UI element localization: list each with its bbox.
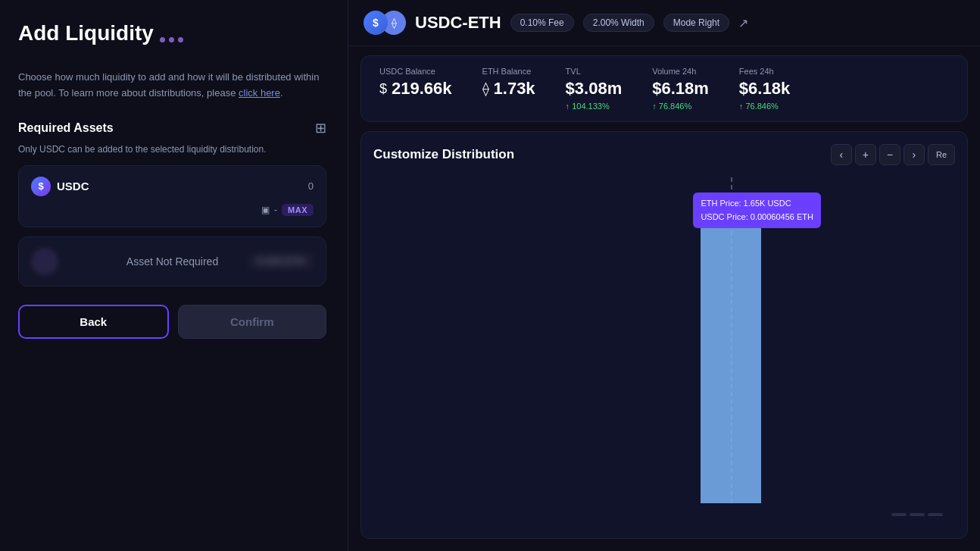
pair-icons: $ ⟠	[364, 11, 406, 35]
pair-label: USDC-ETH	[415, 13, 501, 33]
chart-reset-button[interactable]: Re	[928, 144, 955, 165]
dots-icon	[160, 37, 183, 42]
filter-icon[interactable]: ⊞	[315, 120, 326, 136]
x-axis	[373, 503, 955, 526]
not-required-label: Asset Not Required	[126, 255, 218, 268]
usdc-pair-icon: $	[364, 11, 388, 35]
blurred-amount: 0.000 ETH	[248, 252, 314, 270]
top-bar: $ ⟠ USDC-ETH 0.10% Fee 2.00% Width Mode …	[348, 0, 980, 46]
usdc-icon: $	[31, 177, 51, 196]
usdc-symbol: USDC	[57, 180, 89, 193]
page-title: Add Liquidity	[18, 21, 154, 45]
usdc-balance-stat: USDC Balance $ 219.66k	[379, 67, 452, 111]
stats-bar: USDC Balance $ 219.66k ETH Balance ⟠ 1.7…	[360, 55, 968, 122]
width-tag[interactable]: 2.00% Width	[583, 14, 654, 32]
x-tick	[891, 513, 907, 516]
x-tick	[910, 513, 925, 516]
volume-value: $6.18m	[652, 79, 709, 99]
blurred-asset-icon	[31, 248, 58, 275]
usdc-card-footer: ▣ - MAX	[31, 204, 314, 216]
tvl-label: TVL	[566, 67, 623, 76]
fees-label: Fees 24h	[739, 67, 790, 76]
click-here-link[interactable]: click here	[239, 87, 280, 99]
eth-balance-label: ETH Balance	[482, 67, 535, 76]
eth-balance-value: 1.73k	[494, 79, 535, 99]
usdc-card-header: $ USDC 0	[31, 177, 314, 196]
back-button[interactable]: Back	[18, 305, 169, 339]
volume-change: ↑ 76.846%	[652, 102, 709, 111]
right-panel: $ ⟠ USDC-ETH 0.10% Fee 2.00% Width Mode …	[348, 0, 980, 551]
required-assets-title: Required Assets	[18, 121, 114, 135]
eth-balance-stat: ETH Balance ⟠ 1.73k	[482, 67, 535, 111]
usdc-stat-icon: $	[379, 81, 387, 97]
usdc-balance-value: 219.66k	[392, 79, 452, 99]
action-buttons: Back Confirm	[18, 305, 326, 339]
tvl-stat: TVL $3.08m ↑ 104.133%	[566, 67, 623, 111]
description: Choose how much liquidity to add and how…	[18, 70, 326, 102]
volume-label: Volume 24h	[652, 67, 709, 76]
chart-area: ETH Price: 1.65K USDC USDC Price: 0.0006…	[373, 177, 955, 526]
usdc-balance-label: USDC Balance	[379, 67, 452, 76]
left-panel: Add Liquidity Choose how much liquidity …	[0, 0, 348, 551]
eth-stat-icon: ⟠	[482, 80, 489, 97]
tooltip-line1: ETH Price: 1.65K USDC	[701, 197, 813, 211]
chart-prev-button[interactable]: ‹	[831, 144, 852, 165]
tooltip-line2: USDC Price: 0.00060456 ETH	[701, 211, 813, 224]
eth-balance-value-row: ⟠ 1.73k	[482, 79, 535, 99]
chart-plus-button[interactable]: +	[855, 144, 876, 165]
x-tick	[928, 513, 943, 516]
external-link-icon[interactable]: ↗	[738, 16, 748, 30]
section-header: Required Assets ⊞	[18, 120, 326, 136]
mode-tag[interactable]: Mode Right	[663, 14, 729, 32]
tvl-change: ↑ 104.133%	[566, 102, 623, 111]
volume-stat: Volume 24h $6.18m ↑ 76.846%	[652, 67, 709, 111]
chart-controls: ‹ + − › Re	[831, 144, 955, 165]
wallet-icon: ▣	[261, 205, 270, 215]
tvl-value: $3.08m	[566, 79, 623, 99]
chart-header: Customize Distribution ‹ + − › Re	[373, 144, 955, 165]
chart-next-button[interactable]: ›	[904, 144, 925, 165]
usdc-asset-card: $ USDC 0 ▣ - MAX	[18, 165, 326, 227]
chart-minus-button[interactable]: −	[879, 144, 900, 165]
confirm-button[interactable]: Confirm	[178, 305, 327, 339]
fees-value: $6.18k	[739, 79, 790, 99]
usdc-amount: 0	[308, 180, 314, 192]
max-button[interactable]: MAX	[282, 204, 314, 216]
asset-not-required-card: Asset Not Required 0.000 ETH	[18, 236, 326, 286]
chart-title: Customize Distribution	[373, 147, 514, 162]
fee-tag[interactable]: 0.10% Fee	[510, 14, 574, 32]
usdc-name-row: $ USDC	[31, 177, 89, 196]
liquidity-bar	[701, 207, 761, 503]
only-notice: Only USDC can be added to the selected l…	[18, 144, 326, 155]
fees-change: ↑ 76.846%	[739, 102, 790, 111]
chart-tooltip: ETH Price: 1.65K USDC USDC Price: 0.0006…	[693, 193, 821, 228]
usdc-balance-value-row: $ 219.66k	[379, 79, 452, 99]
fees-stat: Fees 24h $6.18k ↑ 76.846%	[739, 67, 790, 111]
chart-section: Customize Distribution ‹ + − › Re ETH Pr…	[360, 131, 968, 539]
